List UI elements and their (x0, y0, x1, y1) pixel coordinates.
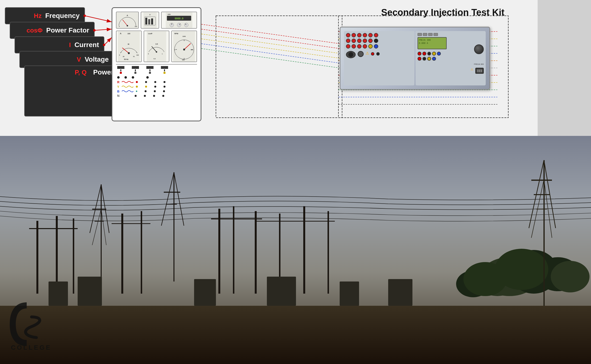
svg-text:100: 100 (136, 54, 139, 56)
svg-text:50: 50 (128, 43, 129, 45)
svg-text:kWh: kWh (168, 14, 171, 15)
svg-text:75: 75 (133, 56, 135, 57)
right-edge-panel (538, 0, 591, 136)
terminal-12 (374, 39, 378, 43)
terminal-7 (346, 39, 350, 43)
svg-rect-124 (340, 281, 359, 306)
power-panel: P, Q Power (24, 66, 124, 116)
current-symbol: I (69, 41, 71, 49)
college-logo-container: COLLEGE (7, 298, 61, 352)
svg-point-82 (183, 49, 185, 50)
substation-svg (0, 136, 591, 364)
device-label: FREJA 300 (474, 63, 484, 65)
svg-line-8 (201, 39, 340, 58)
svg-point-28 (127, 25, 128, 26)
svg-text:100: 100 (135, 26, 137, 27)
terminal-row-1 (346, 33, 412, 37)
voltage-symbol: V (77, 56, 81, 63)
svg-rect-61 (147, 31, 166, 62)
svg-line-6 (201, 29, 340, 49)
svg-line-9 (201, 44, 340, 63)
svg-rect-11 (216, 16, 342, 118)
cosphi-symbol: cosΦ (26, 27, 42, 34)
svg-rect-118 (211, 218, 262, 219)
power-symbol: P, Q (75, 69, 87, 76)
svg-rect-114 (303, 206, 305, 294)
svg-text:100: 100 (127, 33, 130, 34)
meter-item-6: RPM 1000 500 0 1500 (171, 31, 197, 62)
terminal-8 (352, 39, 356, 43)
hz-symbol: Hz (34, 12, 42, 20)
svg-rect-36 (151, 18, 153, 25)
terminal-5 (368, 33, 373, 37)
svg-text:V: V (149, 14, 150, 16)
svg-text:0.5: 0.5 (156, 43, 158, 45)
svg-text:RPM: RPM (174, 33, 178, 34)
power-label: Power (93, 68, 114, 76)
svg-rect-110 (218, 209, 220, 294)
terminal-16 (363, 44, 367, 49)
svg-line-2 (104, 38, 112, 45)
meter-item-2: V (141, 12, 159, 29)
svg-text:cosΦ: cosΦ (148, 33, 152, 34)
meter-face-3: kWh 0000.0 (162, 12, 197, 28)
bottom-connectors: ⚠ (346, 51, 412, 58)
svg-rect-122 (194, 279, 216, 306)
svg-rect-84 (0, 306, 591, 364)
meter-panel: A 0 100 V (112, 7, 201, 121)
terminal-10 (363, 39, 367, 43)
svg-rect-123 (267, 277, 296, 306)
svg-rect-47 (118, 31, 140, 62)
svg-point-92 (463, 262, 507, 296)
svg-line-10 (201, 49, 340, 68)
svg-text:0000.0: 0000.0 (175, 17, 183, 20)
svg-line-1 (95, 29, 112, 30)
terminal-row-2 (346, 39, 412, 43)
bus-bar-row (116, 64, 197, 75)
kit-left-panel: ⚠ (344, 31, 414, 85)
svg-rect-34 (145, 18, 147, 25)
terminal-15 (357, 44, 361, 49)
svg-line-0 (85, 16, 112, 22)
svg-text:25: 25 (123, 56, 124, 57)
power-factor-label: Power Factor (46, 26, 89, 34)
terminal-2 (352, 33, 356, 37)
svg-point-54 (128, 52, 130, 54)
test-kit-title: Secondary Injection Test Kit (381, 7, 504, 18)
current-dot (103, 44, 105, 46)
svg-rect-35 (148, 19, 150, 25)
svg-line-7 (201, 34, 340, 53)
rotary-knob[interactable] (474, 44, 484, 54)
svg-rect-121 (78, 277, 102, 306)
svg-rect-100 (173, 172, 174, 281)
voltage-label: Voltage (85, 56, 109, 63)
meter-face-6: RPM 1000 500 0 1500 (172, 31, 197, 62)
terminal-18 (374, 44, 378, 49)
terminal-11 (368, 39, 373, 43)
bottom-section: COLLEGE (0, 136, 591, 364)
svg-point-90 (551, 261, 590, 292)
terminal-6 (374, 33, 378, 37)
svg-rect-127 (531, 180, 552, 181)
svg-text:50 Hz: 50 Hz (124, 58, 129, 60)
svg-text:1500: 1500 (182, 59, 185, 61)
xlr-connector: ⚠ (471, 68, 484, 74)
meter-item-3: kWh 0000.0 (161, 12, 197, 29)
svg-rect-105 (36, 221, 38, 294)
meter-item-5: cosΦ 0.5 0 1 0.3 (144, 31, 169, 62)
svg-text:A: A (120, 32, 122, 35)
top-section: Hz Frequency cosΦ Power Factor I Current… (0, 0, 591, 136)
terminal-13 (346, 44, 350, 49)
kit-right-panel: FREJA 300 0.000 A (416, 31, 486, 85)
terminal-row-3 (346, 44, 412, 49)
meter-row-2: A 100 0 25 50 75 100 (116, 31, 197, 62)
meter-item-1: A 0 100 (116, 12, 139, 29)
svg-text:500: 500 (191, 49, 193, 50)
svg-rect-108 (121, 214, 123, 294)
meter-face-1: A 0 100 (116, 12, 138, 28)
terminal-14 (352, 44, 356, 49)
svg-text:COLLEGE: COLLEGE (11, 344, 52, 351)
meter-face-2: V (141, 12, 159, 28)
svg-text:A: A (127, 14, 128, 17)
frequency-label: Frequency (45, 12, 80, 20)
